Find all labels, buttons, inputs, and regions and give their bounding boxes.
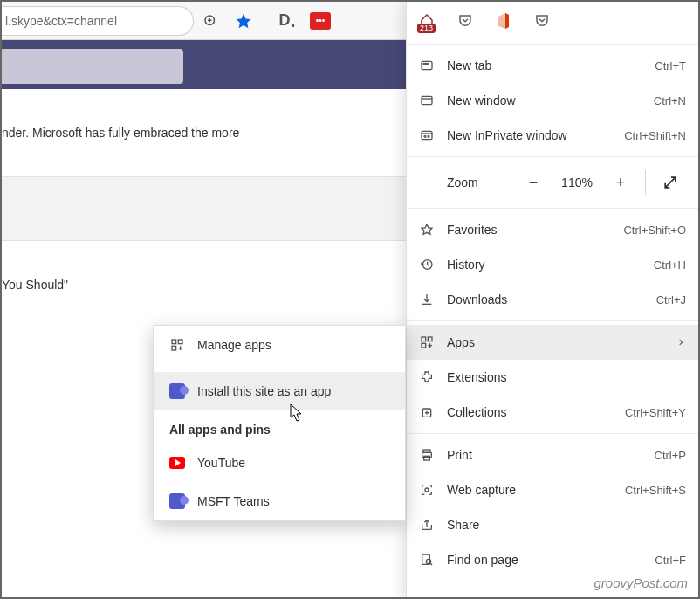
menu-downloads[interactable]: Downloads Ctrl+J	[407, 282, 698, 317]
svg-line-51	[430, 563, 432, 565]
favorites-icon	[419, 222, 435, 238]
menu-print[interactable]: Print Ctrl+P	[407, 437, 698, 472]
share-icon	[419, 517, 435, 533]
pocket-pin-icon-1[interactable]	[456, 11, 475, 31]
menu-new-tab[interactable]: New tab Ctrl+T	[407, 48, 698, 83]
office-pin-icon[interactable]	[494, 11, 513, 31]
svg-rect-53	[178, 340, 182, 344]
menu-share[interactable]: Share	[407, 507, 698, 542]
menu-collections[interactable]: Collections Ctrl+Shift+Y	[407, 395, 698, 430]
collections-icon	[419, 404, 435, 420]
pocket-pin-icon-2[interactable]	[532, 11, 552, 31]
submenu-app-youtube[interactable]: YouTube	[154, 444, 405, 482]
svg-rect-21	[422, 61, 432, 69]
menu-find[interactable]: Find on page Ctrl+F	[407, 542, 698, 577]
submenu-heading: All apps and pins	[154, 410, 405, 444]
apps-submenu: Manage apps Install this site as an app …	[153, 325, 406, 521]
readaloud-or-zoom-icon[interactable]	[194, 6, 227, 36]
menu-new-window[interactable]: New window Ctrl+N	[407, 83, 698, 118]
teams-icon	[169, 383, 185, 399]
svg-line-31	[665, 177, 676, 188]
address-bar[interactable]: l.skype&ctx=channel	[2, 6, 194, 36]
calendar-pin-icon[interactable]: 213	[417, 11, 436, 31]
pinned-row: 213	[407, 2, 698, 40]
svg-rect-37	[428, 337, 432, 341]
downloads-icon	[419, 292, 435, 307]
favorite-star-icon[interactable]	[227, 6, 260, 36]
web-capture-icon	[419, 482, 435, 498]
print-icon	[419, 447, 435, 463]
menu-history[interactable]: History Ctrl+H	[407, 247, 698, 282]
teams-tab[interactable]	[0, 49, 183, 84]
inprivate-icon	[419, 127, 435, 143]
extensions-icon	[419, 369, 435, 385]
youtube-icon	[169, 455, 185, 471]
svg-point-47	[425, 488, 429, 492]
history-icon	[419, 257, 435, 272]
svg-marker-3	[237, 13, 251, 28]
zoom-in-button[interactable]: +	[605, 167, 636, 198]
svg-rect-27	[422, 131, 432, 139]
menu-apps[interactable]: Apps	[407, 325, 698, 360]
chevron-right-icon	[676, 335, 686, 349]
fullscreen-button[interactable]	[655, 167, 686, 198]
svg-point-29	[424, 135, 426, 137]
apps-icon	[419, 334, 435, 350]
svg-point-30	[428, 135, 429, 137]
submenu-install-site[interactable]: Install this site as an app	[154, 372, 405, 410]
menu-extensions[interactable]: Extensions	[407, 360, 698, 395]
menu-new-inprivate[interactable]: New InPrivate window Ctrl+Shift+N	[407, 118, 698, 153]
menu-zoom: Zoom − 110% +	[407, 161, 698, 204]
teams-icon	[169, 493, 185, 509]
menu-favorites[interactable]: Favorites Ctrl+Shift+O	[407, 212, 698, 247]
svg-point-22	[423, 63, 424, 64]
svg-rect-54	[172, 346, 176, 350]
new-window-icon	[419, 93, 435, 108]
new-tab-icon	[419, 58, 435, 73]
watermark: groovyPost.com	[594, 575, 688, 590]
svg-marker-32	[422, 224, 432, 234]
settings-menu: 213 New tab Ctrl+T New window Ctrl+N New…	[406, 2, 698, 599]
svg-rect-52	[172, 340, 176, 344]
submenu-manage-apps[interactable]: Manage apps	[154, 326, 405, 364]
svg-rect-25	[422, 96, 432, 104]
url-text: l.skype&ctx=channel	[5, 14, 117, 28]
svg-point-24	[427, 63, 428, 64]
svg-rect-38	[422, 343, 426, 348]
lastpass-extension-icon[interactable]: •••	[304, 6, 337, 36]
submenu-app-teams[interactable]: MSFT Teams	[154, 482, 405, 520]
apps-icon	[169, 337, 185, 353]
dictionary-extension-icon[interactable]: D.	[271, 6, 304, 36]
zoom-value: 110%	[556, 176, 598, 189]
menu-web-capture[interactable]: Web capture Ctrl+Shift+S	[407, 472, 698, 507]
zoom-out-button[interactable]: −	[518, 167, 549, 198]
svg-rect-36	[422, 337, 426, 341]
find-icon	[419, 552, 435, 568]
svg-point-23	[425, 63, 426, 64]
